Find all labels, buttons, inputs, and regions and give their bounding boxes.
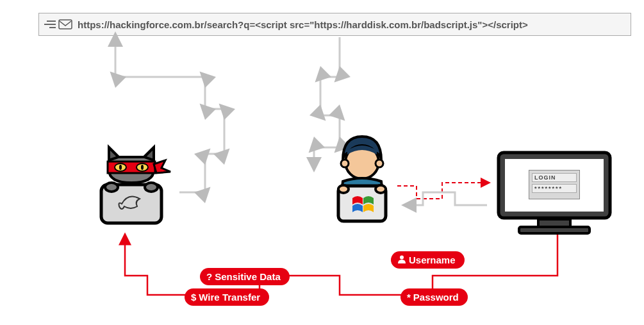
attacker-icon: [90, 135, 173, 231]
pill-label: Sensitive Data: [215, 271, 281, 282]
svg-point-4: [119, 165, 122, 170]
svg-point-10: [341, 160, 349, 167]
user-icon: [397, 254, 406, 265]
login-form: LOGIN ********: [529, 170, 580, 199]
pill-sensitive-data: ? Sensitive Data: [200, 268, 290, 285]
pill-wire-transfer: $ Wire Transfer: [185, 288, 269, 306]
svg-point-8: [145, 183, 158, 192]
asterisk-icon: *: [407, 292, 411, 303]
svg-point-19: [400, 256, 404, 260]
mail-icon: [58, 19, 72, 29]
server-icon: LOGIN ********: [493, 147, 615, 244]
login-label: LOGIN: [532, 173, 577, 182]
menu-icon: [44, 21, 56, 28]
victim-icon: [320, 131, 404, 234]
svg-point-11: [376, 160, 383, 167]
pill-label: Wire Transfer: [199, 292, 260, 303]
pill-username: Username: [391, 251, 465, 269]
svg-rect-0: [59, 20, 72, 29]
login-password-mask: ********: [532, 184, 577, 193]
pill-password: * Password: [400, 288, 468, 306]
svg-point-13: [338, 185, 349, 193]
url-bar: https://hackingforce.com.br/search?q=<sc…: [38, 13, 631, 36]
svg-rect-18: [519, 227, 590, 233]
svg-point-5: [141, 165, 144, 170]
question-icon: ?: [206, 271, 212, 282]
pill-label: Username: [409, 254, 456, 265]
dollar-icon: $: [191, 292, 196, 303]
svg-point-14: [376, 185, 386, 193]
svg-point-7: [105, 183, 118, 192]
pill-label: Password: [413, 292, 459, 303]
url-text: https://hackingforce.com.br/search?q=<sc…: [78, 19, 528, 30]
